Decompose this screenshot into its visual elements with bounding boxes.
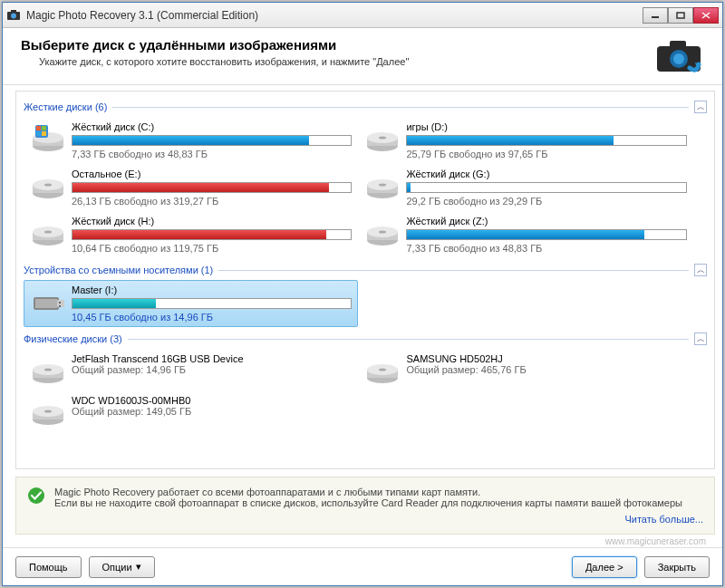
drive-item[interactable]: игры (D:) 25,79 ГБ свободно из 97,65 ГБ [358, 117, 692, 164]
usage-bar [406, 182, 686, 193]
group-label: Устройства со съемными носителями (1) [24, 265, 213, 275]
drive-list-panel[interactable]: Жесткие диски (6) ︿ Жёсткий диск (C:) 7,… [15, 91, 715, 469]
check-icon [27, 487, 45, 505]
svg-rect-8 [670, 41, 686, 48]
source-link[interactable]: www.magicuneraser.com [15, 535, 715, 546]
drive-item[interactable]: SAMSUNG HD502HJ Общий размер: 465,76 ГБ [358, 349, 692, 390]
drive-icon [364, 353, 401, 386]
svg-point-39 [379, 231, 386, 234]
app-icon [6, 8, 21, 23]
svg-point-57 [28, 487, 44, 504]
chevron-up-icon[interactable]: ︿ [694, 264, 707, 276]
svg-point-31 [379, 184, 386, 187]
drive-stat: 10,64 ГБ свободно из 119,75 ГБ [72, 243, 352, 254]
drive-icon [364, 216, 401, 248]
usage-bar [72, 298, 352, 309]
titlebar[interactable]: Magic Photo Recovery 3.1 (Commercial Edi… [3, 3, 722, 28]
svg-rect-4 [677, 13, 684, 18]
drive-name: WDC WD1600JS-00MHB0 [72, 395, 352, 406]
svg-point-23 [379, 137, 386, 140]
drive-stat: Общий размер: 149,05 ГБ [72, 406, 352, 417]
group-label: Жесткие диски (6) [24, 101, 107, 112]
chevron-up-icon[interactable]: ︿ [694, 101, 707, 113]
drive-icon [30, 121, 66, 154]
drive-icon [30, 353, 66, 386]
drive-item[interactable]: WDC WD1600JS-00MHB0 Общий размер: 149,05… [24, 390, 358, 432]
window-title: Magic Photo Recovery 3.1 (Commercial Edi… [26, 9, 258, 22]
drive-icon [30, 216, 66, 248]
drive-stat: Общий размер: 14,96 ГБ [72, 364, 352, 375]
page-title: Выберите диск с удалёнными изображениями [21, 37, 653, 53]
drive-name: Жёсткий диск (Z:) [406, 216, 686, 227]
usage-bar [72, 182, 352, 193]
chevron-down-icon: ▾ [136, 561, 141, 573]
info-box: Magic Photo Recovery работает со всеми ф… [15, 477, 715, 535]
drive-name: JetFlash Transcend 16GB USB Device [72, 353, 352, 364]
help-button[interactable]: Помощь [15, 556, 82, 578]
drive-item[interactable]: Master (I:) 10,45 ГБ свободно из 14,96 Г… [24, 280, 358, 327]
svg-rect-16 [36, 126, 41, 130]
drive-item[interactable]: Жёсткий диск (H:) 10,64 ГБ свободно из 1… [24, 211, 358, 258]
usage-bar [406, 135, 686, 146]
options-button[interactable]: Опции ▾ [89, 556, 155, 578]
drive-icon [30, 284, 66, 317]
svg-rect-43 [59, 302, 61, 304]
close-window-button[interactable] [693, 7, 719, 24]
drive-name: Жёсткий диск (C:) [72, 121, 352, 132]
read-more-link[interactable]: Читать больше... [624, 514, 703, 525]
page-subtitle: Укажите диск, с которого хотите восстано… [21, 56, 653, 67]
drive-icon [30, 395, 66, 428]
group-header-physical[interactable]: Физические диски (3) ︿ [24, 333, 707, 345]
svg-rect-19 [42, 131, 46, 136]
chevron-up-icon[interactable]: ︿ [694, 333, 707, 345]
minimize-button[interactable] [643, 7, 668, 24]
drive-name: Остальное (E:) [72, 169, 352, 179]
group-header-hdd[interactable]: Жесткие диски (6) ︿ [24, 101, 707, 113]
svg-rect-18 [36, 131, 41, 136]
drive-name: Master (I:) [72, 284, 352, 295]
drive-name: игры (D:) [406, 121, 686, 132]
svg-rect-1 [11, 10, 16, 13]
drive-item[interactable]: Жёсткий диск (Z:) 7,33 ГБ свободно из 48… [358, 211, 692, 258]
svg-point-27 [44, 184, 52, 187]
drive-name: SAMSUNG HD502HJ [406, 353, 686, 364]
drive-item[interactable]: Остальное (E:) 26,13 ГБ свободно из 319,… [24, 164, 358, 211]
drive-stat: 25,79 ГБ свободно из 97,65 ГБ [406, 149, 686, 159]
svg-rect-41 [35, 299, 57, 308]
svg-rect-17 [42, 126, 46, 130]
info-text: Magic Photo Recovery работает со всеми ф… [54, 487, 703, 508]
usage-bar [72, 135, 352, 146]
drive-name: Жёсткий диск (H:) [72, 216, 352, 227]
svg-point-10 [673, 53, 684, 64]
footer-bar: Помощь Опции ▾ Далее > Закрыть [3, 547, 722, 585]
drive-name: Жёсткий диск (G:) [406, 169, 686, 179]
svg-point-48 [44, 369, 52, 371]
svg-point-56 [44, 410, 52, 413]
drive-icon [30, 169, 66, 201]
maximize-button[interactable] [668, 7, 693, 24]
drive-icon [364, 121, 401, 154]
svg-point-2 [11, 13, 16, 18]
drive-stat: 10,45 ГБ свободно из 14,96 ГБ [72, 312, 352, 323]
next-button[interactable]: Далее > [572, 556, 637, 578]
drive-stat: 26,13 ГБ свободно из 319,27 ГБ [72, 196, 352, 207]
content-area: Жесткие диски (6) ︿ Жёсткий диск (C:) 7,… [3, 85, 722, 547]
drive-item[interactable]: JetFlash Transcend 16GB USB Device Общий… [24, 349, 358, 390]
camera-icon [653, 37, 704, 75]
group-label: Физические диски (3) [24, 333, 122, 344]
drive-item[interactable]: Жёсткий диск (C:) 7,33 ГБ свободно из 48… [24, 117, 358, 164]
drive-icon [364, 169, 401, 201]
drive-stat: 7,33 ГБ свободно из 48,83 ГБ [72, 149, 352, 159]
svg-point-52 [379, 369, 386, 371]
svg-point-35 [44, 231, 52, 234]
app-window: Magic Photo Recovery 3.1 (Commercial Edi… [2, 2, 723, 586]
usage-bar [72, 229, 352, 240]
drive-stat: Общий размер: 465,76 ГБ [406, 364, 686, 375]
svg-rect-44 [59, 305, 61, 307]
drive-item[interactable]: Жёсткий диск (G:) 29,2 ГБ свободно из 29… [358, 164, 692, 211]
wizard-header: Выберите диск с удалёнными изображениями… [3, 28, 722, 85]
close-button[interactable]: Закрыть [644, 556, 710, 578]
drive-stat: 7,33 ГБ свободно из 48,83 ГБ [406, 243, 686, 254]
drive-stat: 29,2 ГБ свободно из 29,29 ГБ [406, 196, 686, 207]
group-header-removable[interactable]: Устройства со съемными носителями (1) ︿ [24, 264, 707, 276]
